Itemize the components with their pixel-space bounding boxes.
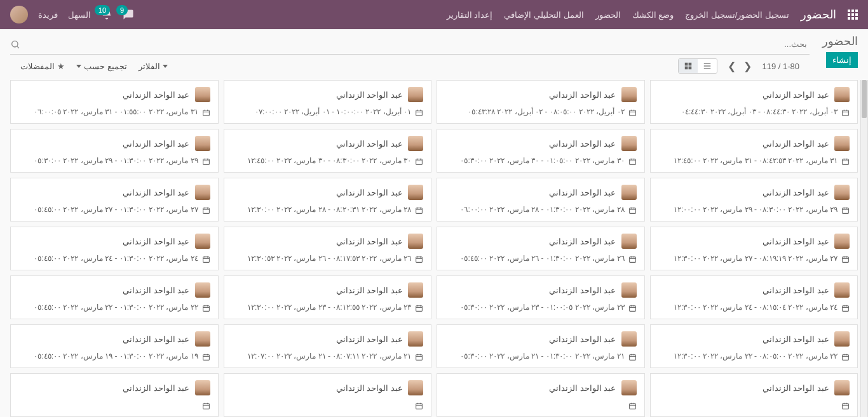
attendance-card[interactable]: عبد الواحد الزنداني٢٨ مارس، ٢٠٢٢ ٠١:٣٠:٠… xyxy=(437,178,645,222)
svg-rect-21 xyxy=(203,110,209,116)
scrollbar[interactable] xyxy=(860,80,868,417)
messaging-icon[interactable]: 9 xyxy=(123,9,134,20)
attendance-card[interactable]: عبد الواحد الزنداني xyxy=(224,373,432,417)
attendance-card[interactable]: عبد الواحد الزنداني٢١ مارس، ٢٠٢٢ ٠١:٣٠:٠… xyxy=(437,324,645,368)
attendance-card[interactable]: عبد الواحد الزنداني٢٢ مارس، ٢٠٢٢ ٠٨:٠٥:٠… xyxy=(650,324,858,368)
attendance-card[interactable]: عبد الواحد الزنداني٢٩ مارس، ٢٠٢٢ ٠٨:٣٠:٠… xyxy=(650,178,858,222)
svg-rect-8 xyxy=(689,67,692,70)
attendance-range: ٣٠ مارس، ٢٠٢٢ ٠١:٠٥:٠٠ - ٣٠ مارس، ٢٠٢٢ ٠… xyxy=(460,156,624,165)
pager-prev[interactable]: ❮ xyxy=(740,59,756,74)
menu-kiosk[interactable]: وضع الكشك xyxy=(632,10,674,20)
user-name[interactable]: فريدة xyxy=(38,10,58,20)
employee-avatar xyxy=(621,87,637,102)
svg-rect-29 xyxy=(629,159,635,165)
filters-button[interactable]: الفلاتر xyxy=(139,62,168,71)
search-icon[interactable] xyxy=(10,39,20,50)
attendance-range: ٢٩ مارس، ٢٠٢٢ ٠٨:٣٠:٠٠ - ٢٩ مارس، ٢٠٢٢ ١… xyxy=(674,205,837,214)
employee-avatar xyxy=(834,185,850,200)
attendance-card[interactable]: عبد الواحد الزنداني٢٣ مارس، ٢٠٢٢ ٠٨:١٢:٥… xyxy=(224,275,432,319)
svg-rect-37 xyxy=(203,159,209,165)
groupby-button[interactable]: تجميع حسب xyxy=(76,62,127,71)
attendance-card[interactable]: عبد الواحد الزنداني٢٦ مارس، ٢٠٢٢ ٠٨:١٧:٥… xyxy=(224,227,432,270)
employee-avatar xyxy=(621,380,637,395)
menu-reporting[interactable]: إعداد التقارير xyxy=(447,10,493,20)
employee-name: عبد الواحد الزنداني xyxy=(123,188,189,197)
attendance-card[interactable]: عبد الواحد الزنداني٢٢ مارس، ٢٠٢٢ ٠١:٣٠:٠… xyxy=(10,275,219,319)
calendar-icon xyxy=(415,402,423,410)
svg-rect-105 xyxy=(843,404,849,409)
employee-name: عبد الواحد الزنداني xyxy=(336,286,403,295)
attendance-card[interactable]: عبد الواحد الزنداني٠١ أبريل، ٢٠٢٢ ١٠:٠٠:… xyxy=(224,80,432,124)
favorites-label: المفضلات xyxy=(20,62,55,71)
attendance-card[interactable]: عبد الواحد الزنداني xyxy=(10,373,219,417)
pager-next[interactable]: ❯ xyxy=(724,59,740,74)
svg-rect-41 xyxy=(843,208,849,214)
attendance-card[interactable]: عبد الواحد الزنداني٢٤ مارس، ٢٠٢٢ ٠١:٣٠:٠… xyxy=(10,227,219,270)
apps-icon[interactable] xyxy=(848,10,858,20)
employee-avatar xyxy=(195,380,210,395)
employee-avatar xyxy=(621,185,637,200)
svg-rect-13 xyxy=(629,110,635,116)
attendance-card[interactable]: عبد الواحد الزنداني٢٩ مارس، ٢٠٢٢ ٠١:٣٠:٠… xyxy=(10,129,219,173)
attendance-card[interactable]: عبد الواحد الزنداني٣١ مارس، ٢٠٢٢ ٠٨:٤٢:٥… xyxy=(650,129,858,173)
activities-badge: 10 xyxy=(95,5,110,15)
employee-avatar xyxy=(621,234,637,249)
attendance-card[interactable]: عبد الواحد الزنداني٢٤ مارس، ٢٠٢٢ ٠٨:١٥:٠… xyxy=(650,275,858,319)
attendance-range: ٢٤ مارس، ٢٠٢٢ ٠١:٣٠:٠٠ - ٢٤ مارس، ٢٠٢٢ ٠… xyxy=(34,254,198,263)
calendar-icon xyxy=(628,157,637,166)
kanban-area: عبد الواحد الزنداني٠٣ أبريل، ٢٠٢٢ ٠٨:٤٤:… xyxy=(10,80,858,417)
attendance-card[interactable]: عبد الواحد الزنداني٢١ مارس، ٢٠٢٢ ٠٨:٠٧:١… xyxy=(224,324,432,368)
star-icon: ★ xyxy=(57,62,65,71)
attendance-card[interactable]: عبد الواحد الزنداني٢٧ مارس، ٢٠٢٢ ٠٨:١٩:١… xyxy=(650,227,858,270)
employee-name: عبد الواحد الزنداني xyxy=(549,334,616,344)
employee-avatar xyxy=(408,282,423,298)
employee-name: عبد الواحد الزنداني xyxy=(336,237,403,246)
employee-name: عبد الواحد الزنداني xyxy=(336,188,403,197)
attendance-card[interactable]: عبد الواحد الزنداني١٩ مارس، ٢٠٢٢ ٠١:٣٠:٠… xyxy=(10,324,219,368)
employee-avatar xyxy=(195,234,210,249)
employee-name: عبد الواحد الزنداني xyxy=(123,383,189,393)
activities-icon[interactable]: 10 xyxy=(101,9,112,20)
app-brand[interactable]: الحضور xyxy=(801,8,836,22)
user-avatar[interactable] xyxy=(10,6,28,23)
menu-attendance[interactable]: الحضور xyxy=(595,10,621,20)
svg-rect-73 xyxy=(843,306,849,312)
svg-point-0 xyxy=(12,41,18,46)
attendance-card[interactable]: عبد الواحد الزنداني٢٨ مارس، ٢٠٢٢ ٠٨:٢٠:٣… xyxy=(224,178,432,222)
funnel-icon xyxy=(163,65,168,68)
employee-avatar xyxy=(408,87,423,102)
employee-avatar xyxy=(834,331,850,347)
attendance-range: ١٩ مارس، ٢٠٢٢ ٠١:٣٠:٠٠ - ١٩ مارس، ٢٠٢٢ ٠… xyxy=(34,352,198,361)
menu-checkin[interactable]: تسجيل الحضور/تسجيل الخروج xyxy=(685,10,789,20)
search-input[interactable] xyxy=(20,37,810,51)
attendance-card[interactable]: عبد الواحد الزنداني xyxy=(650,373,858,417)
attendance-card[interactable]: عبد الواحد الزنداني٢٦ مارس، ٢٠٢٢ ٠١:٣٠:٠… xyxy=(437,227,645,270)
attendance-card[interactable]: عبد الواحد الزنداني٠٣ أبريل، ٢٠٢٢ ٠٨:٤٤:… xyxy=(650,80,858,124)
svg-rect-57 xyxy=(843,257,849,263)
view-kanban[interactable] xyxy=(679,59,698,73)
attendance-card[interactable]: عبد الواحد الزنداني٣١ مارس، ٢٠٢٢ ٠١:٥٥:٠… xyxy=(10,80,219,124)
attendance-card[interactable]: عبد الواحد الزنداني xyxy=(437,373,645,417)
menu-analytic[interactable]: العمل التحليلي الإضافي xyxy=(504,10,583,20)
employee-avatar xyxy=(195,185,210,200)
pager-text[interactable]: 1-80 / 119 xyxy=(762,62,799,71)
calendar-icon xyxy=(415,255,423,263)
calendar-icon xyxy=(628,206,637,215)
company-name[interactable]: السهل xyxy=(68,10,91,20)
create-button[interactable]: إنشاء xyxy=(826,52,858,68)
view-list[interactable] xyxy=(698,59,717,73)
employee-name: عبد الواحد الزنداني xyxy=(763,383,829,393)
search-bar xyxy=(10,34,810,55)
svg-rect-89 xyxy=(843,355,849,361)
employee-name: عبد الواحد الزنداني xyxy=(763,286,829,295)
attendance-card[interactable]: عبد الواحد الزنداني٢٣ مارس، ٢٠٢٢ ٠١:٠٠:٠… xyxy=(437,275,645,319)
attendance-card[interactable]: عبد الواحد الزنداني٣٠ مارس، ٢٠٢٢ ٠١:٠٥:٠… xyxy=(437,129,645,173)
attendance-card[interactable]: عبد الواحد الزنداني٠٢ أبريل، ٢٠٢٢ ٠٨:٠٥:… xyxy=(437,80,645,124)
favorites-button[interactable]: ★المفضلات xyxy=(20,62,65,71)
calendar-icon xyxy=(202,206,210,215)
attendance-card[interactable]: عبد الواحد الزنداني٣٠ مارس، ٢٠٢٢ ٠٨:٣٠:٠… xyxy=(224,129,432,173)
svg-rect-53 xyxy=(203,208,209,214)
employee-name: عبد الواحد الزنداني xyxy=(123,237,189,246)
attendance-card[interactable]: عبد الواحد الزنداني٢٧ مارس، ٢٠٢٢ ٠١:٣٠:٠… xyxy=(10,178,219,222)
svg-rect-85 xyxy=(203,306,209,312)
